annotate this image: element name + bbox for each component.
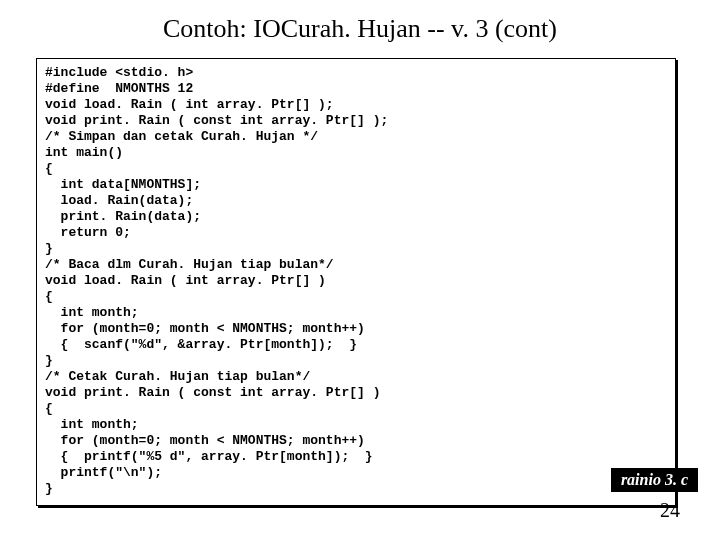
file-label: rainio 3. c: [611, 468, 698, 492]
page-number: 24: [660, 499, 680, 522]
slide-title: Contoh: IOCurah. Hujan -- v. 3 (cont): [0, 0, 720, 50]
code-content: #include <stdio. h> #define NMONTHS 12 v…: [45, 65, 667, 497]
code-box: #include <stdio. h> #define NMONTHS 12 v…: [36, 58, 676, 506]
slide: Contoh: IOCurah. Hujan -- v. 3 (cont) #i…: [0, 0, 720, 540]
